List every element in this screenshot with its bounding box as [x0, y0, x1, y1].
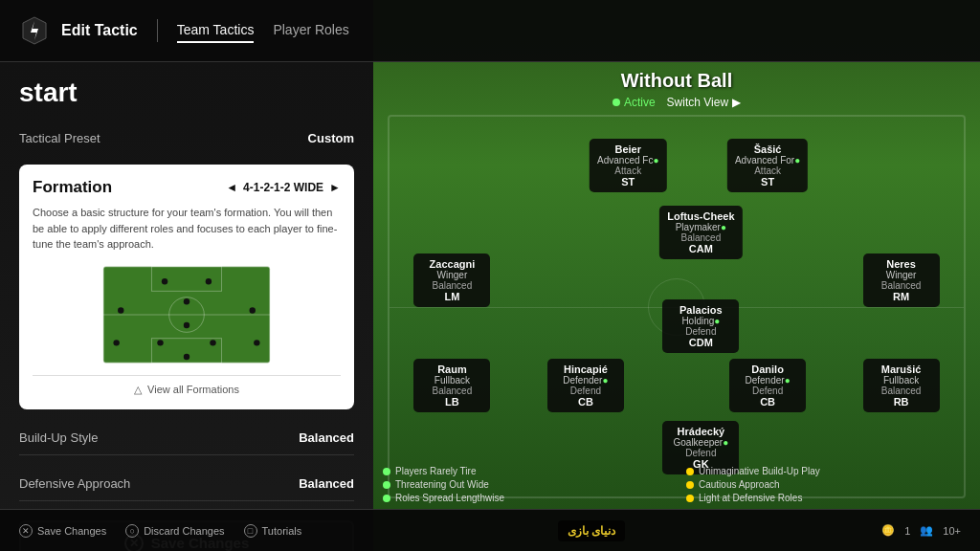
players-icon: 👥 — [920, 524, 933, 537]
svg-point-11 — [254, 340, 259, 345]
player-role-sasic: Advanced For● — [735, 155, 800, 165]
player-pos-loftus-cheek: CAM — [667, 243, 734, 254]
field-header: Without Ball Active Switch View ▶ — [373, 70, 980, 109]
player-card-loftus-cheek[interactable]: Loftus-Cheek Playmaker● Balanced CAM — [659, 206, 742, 259]
player-stance-hradecky: Defend — [670, 448, 731, 458]
svg-point-12 — [184, 321, 189, 327]
player-card-beier[interactable]: Beier Advanced Fc● Attack ST — [590, 139, 666, 192]
player-stance-danilo: Defend — [737, 386, 798, 396]
player-card-neres[interactable]: Neres Winger Balanced RM — [863, 253, 940, 307]
bottom-discard-changes[interactable]: ○ Discard Changes — [125, 524, 224, 538]
bottom-tutorials[interactable]: □ Tutorials — [244, 524, 302, 538]
switch-view-btn[interactable]: Switch View ▶ — [667, 96, 741, 109]
nav-player-roles[interactable]: Player Roles — [273, 18, 348, 43]
player-role-raum: Fullback — [421, 375, 482, 386]
bottom-save-changes[interactable]: ✕ Save Changes — [19, 524, 106, 538]
bottom-tutorials-icon: □ — [244, 524, 257, 538]
player-name-beier: Beier — [597, 143, 658, 155]
player-pos-neres: RM — [871, 291, 932, 302]
feedback-text-3: Roles Spread Lengthwise — [395, 493, 504, 503]
player-pos-hincapie: CB — [555, 396, 616, 408]
active-badge: Active — [612, 96, 656, 109]
sidebar: start Tactical Preset Custom Formation ◄… — [0, 62, 373, 551]
feedback-item-5: Cautious Approach — [686, 479, 970, 490]
formation-nav[interactable]: ◄ 4-1-2-1-2 WIDE ► — [226, 181, 341, 194]
feedback-green-dot-1 — [383, 468, 390, 475]
player-pos-sasic: ST — [735, 176, 800, 187]
field-subheader: Active Switch View ▶ — [612, 96, 741, 109]
player-name-zaccagni: Zaccagni — [421, 258, 482, 270]
player-pos-raum: LB — [421, 396, 482, 408]
player-stance-raum: Balanced — [421, 386, 482, 396]
defensive-approach-row[interactable]: Defensive Approach Balanced — [19, 467, 354, 501]
field-feedback: Players Rarely Tire Threatening Out Wide… — [383, 466, 970, 503]
player-name-palacios: Palacios — [670, 304, 731, 316]
player-pos-zaccagni: LM — [421, 291, 482, 302]
player-card-marusic[interactable]: Marušić Fullback Balanced RB — [863, 359, 940, 412]
player-role-loftus-cheek: Playmaker● — [667, 222, 734, 232]
defensive-approach-value: Balanced — [299, 476, 354, 491]
bottom-save-label: Save Changes — [37, 525, 106, 537]
player-name-neres: Neres — [871, 258, 932, 270]
player-pos-marusic: RB — [871, 396, 932, 408]
start-label: start — [19, 77, 354, 108]
feedback-green-dot-3 — [383, 495, 390, 502]
feedback-col-green: Players Rarely Tire Threatening Out Wide… — [383, 466, 667, 503]
build-up-style-row[interactable]: Build-Up Style Balanced — [19, 421, 354, 455]
player-card-sasic[interactable]: Šašić Advanced For● Attack ST — [727, 139, 808, 192]
player-card-zaccagni[interactable]: Zaccagni Winger Balanced LM — [413, 253, 490, 307]
formation-card: Formation ◄ 4-1-2-1-2 WIDE ► Choose a ba… — [19, 165, 354, 409]
player-card-palacios[interactable]: Palacios Holding● Defend CDM — [662, 299, 739, 353]
tactical-preset-value: Custom — [308, 131, 354, 145]
feedback-yellow-dot-2 — [686, 481, 694, 489]
player-role-marusic: Fullback — [871, 375, 932, 386]
coins-count: 1 — [904, 525, 910, 537]
player-card-raum[interactable]: Raum Fullback Balanced LB — [413, 359, 490, 412]
without-ball-title: Without Ball — [621, 70, 732, 92]
svg-point-13 — [118, 307, 123, 313]
formation-desc: Choose a basic structure for your team's… — [33, 205, 341, 253]
view-all-icon: △ — [134, 384, 142, 396]
svg-point-10 — [113, 340, 119, 345]
player-name-marusic: Marušić — [871, 364, 932, 375]
player-pos-palacios: CDM — [670, 337, 731, 348]
player-pos-beier: ST — [597, 176, 658, 187]
bottom-right-icons: 🪙 1 👥 10+ — [881, 524, 961, 537]
feedback-item-2: Threatening Out Wide — [383, 479, 667, 490]
svg-point-7 — [184, 353, 189, 359]
svg-point-17 — [206, 277, 212, 283]
svg-point-9 — [210, 340, 215, 345]
active-label: Active — [624, 96, 656, 109]
player-card-danilo[interactable]: Danilo Defender● Defend CB — [729, 359, 806, 412]
player-stance-beier: Attack — [597, 165, 658, 176]
defensive-approach-label: Defensive Approach — [19, 476, 130, 491]
player-stance-zaccagni: Balanced — [421, 280, 482, 291]
feedback-item-4: Unimaginative Build-Up Play — [686, 466, 970, 476]
feedback-yellow-dot-1 — [686, 468, 694, 475]
player-card-hincapie[interactable]: Hincapié Defender● Defend CB — [547, 359, 624, 412]
feedback-item-6: Light at Defensive Roles — [686, 493, 970, 503]
player-name-hradecky: Hrádecký — [670, 426, 731, 437]
feedback-item-3: Roles Spread Lengthwise — [383, 493, 667, 503]
watermark-text: دنیای بازی — [568, 524, 615, 538]
header: Edit Tactic Team Tactics Player Roles — [0, 0, 980, 62]
switch-view-label: Switch View — [667, 96, 728, 109]
header-nav: Team Tactics Player Roles — [177, 18, 349, 43]
nav-team-tactics[interactable]: Team Tactics — [177, 18, 255, 43]
feedback-text-1: Players Rarely Tire — [395, 466, 476, 476]
feedback-text-2: Threatening Out Wide — [395, 479, 489, 490]
bottom-bar: ✕ Save Changes ○ Discard Changes □ Tutor… — [0, 509, 980, 551]
bottom-tutorials-label: Tutorials — [262, 525, 302, 537]
formation-prev-icon[interactable]: ◄ — [226, 181, 237, 194]
view-all-formations-btn[interactable]: △ View all Formations — [33, 375, 341, 396]
formation-next-icon[interactable]: ► — [329, 181, 341, 194]
player-stance-marusic: Balanced — [871, 386, 932, 396]
player-stance-palacios: Defend — [670, 326, 731, 337]
player-name-danilo: Danilo — [737, 364, 798, 375]
player-role-neres: Winger — [871, 270, 932, 280]
svg-point-15 — [184, 298, 189, 304]
active-dot — [612, 99, 620, 106]
player-name-loftus-cheek: Loftus-Cheek — [667, 210, 734, 222]
player-stance-neres: Balanced — [871, 280, 932, 291]
header-divider — [157, 19, 158, 42]
